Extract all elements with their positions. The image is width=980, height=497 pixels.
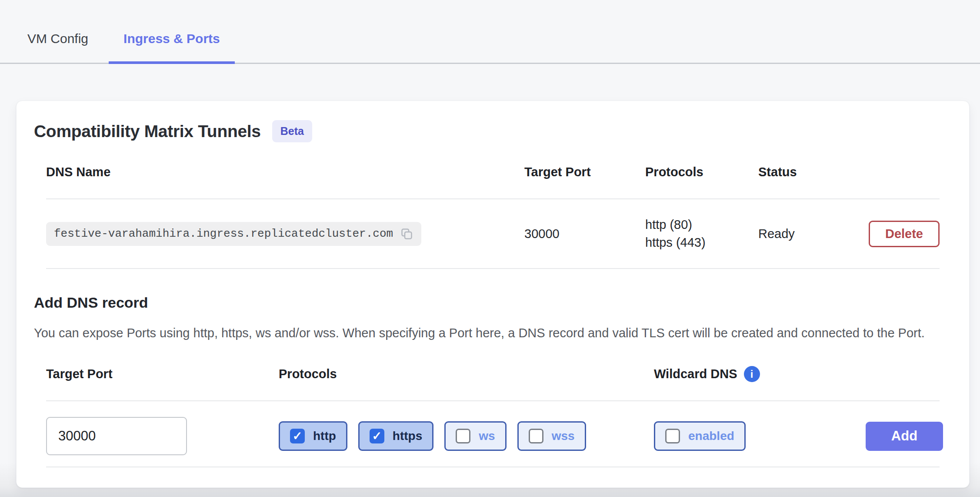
checkbox-ws[interactable]: ws bbox=[444, 421, 506, 451]
checkbox-https[interactable]: https bbox=[358, 421, 433, 451]
add-dns-form-row: http https ws wss enabled bbox=[46, 417, 940, 455]
checkbox-ws-label: ws bbox=[479, 429, 495, 443]
form-label-wildcard-dns: Wildcard DNS i bbox=[654, 366, 866, 382]
info-icon[interactable]: i bbox=[744, 366, 760, 382]
page-title: Compatibility Matrix Tunnels bbox=[34, 122, 261, 141]
copy-icon[interactable] bbox=[400, 227, 413, 241]
dns-name-value: festive-varahamihira.ingress.replicatedc… bbox=[54, 227, 393, 240]
checkbox-ws-box bbox=[456, 429, 470, 443]
checkbox-wildcard-label: enabled bbox=[688, 429, 734, 443]
col-header-protocols: Protocols bbox=[645, 165, 758, 179]
add-dns-record-heading: Add DNS record bbox=[34, 294, 952, 311]
form-bottom-divider bbox=[46, 467, 940, 467]
target-port-input[interactable] bbox=[46, 417, 187, 455]
tab-vm-config[interactable]: VM Config bbox=[27, 31, 88, 63]
col-header-status: Status bbox=[758, 165, 867, 179]
table-row: festive-varahamihira.ingress.replicatedc… bbox=[46, 199, 940, 269]
beta-badge: Beta bbox=[272, 120, 312, 142]
compatibility-matrix-tunnels-card: Compatibility Matrix Tunnels Beta DNS Na… bbox=[16, 101, 970, 488]
checkbox-wss[interactable]: wss bbox=[517, 421, 586, 451]
dns-name-cell: festive-varahamihira.ingress.replicatedc… bbox=[46, 222, 524, 246]
checkbox-wildcard-box bbox=[665, 429, 680, 443]
col-header-dns-name: DNS Name bbox=[46, 165, 524, 179]
checkbox-wss-label: wss bbox=[552, 429, 575, 443]
card-title-row: Compatibility Matrix Tunnels Beta bbox=[34, 120, 952, 142]
protocol-line-http: http (80) bbox=[645, 216, 758, 234]
form-label-protocols: Protocols bbox=[279, 367, 654, 381]
checkbox-https-box bbox=[370, 429, 384, 443]
checkbox-https-label: https bbox=[393, 429, 422, 443]
actions-cell: Delete bbox=[867, 221, 940, 247]
col-header-target-port: Target Port bbox=[524, 165, 645, 179]
checkbox-wildcard-enabled[interactable]: enabled bbox=[654, 421, 746, 451]
tab-ingress-ports[interactable]: Ingress & Ports bbox=[109, 31, 235, 64]
tab-bar: VM Config Ingress & Ports bbox=[0, 0, 980, 64]
target-port-cell: 30000 bbox=[524, 227, 645, 241]
protocol-line-https: https (443) bbox=[645, 234, 758, 252]
add-dns-form: Target Port Protocols Wildcard DNS i htt… bbox=[34, 360, 952, 467]
target-port-field-wrap bbox=[46, 417, 279, 455]
status-cell: Ready bbox=[758, 227, 867, 241]
checkbox-http[interactable]: http bbox=[279, 421, 347, 451]
add-button[interactable]: Add bbox=[866, 422, 943, 451]
tunnels-table: DNS Name Target Port Protocols Status fe… bbox=[34, 158, 952, 269]
checkbox-wss-box bbox=[529, 429, 543, 443]
add-dns-record-description: You can expose Ports using http, https, … bbox=[34, 324, 936, 342]
add-dns-form-header: Target Port Protocols Wildcard DNS i bbox=[46, 360, 940, 401]
checkbox-http-box bbox=[290, 429, 305, 443]
wildcard-field-wrap: enabled bbox=[654, 421, 866, 451]
dns-name-pill: festive-varahamihira.ingress.replicatedc… bbox=[46, 222, 421, 246]
protocol-checkbox-group: http https ws wss bbox=[279, 421, 654, 451]
checkbox-http-label: http bbox=[313, 429, 336, 443]
tunnels-table-header: DNS Name Target Port Protocols Status bbox=[46, 158, 940, 199]
delete-button[interactable]: Delete bbox=[869, 221, 940, 247]
form-label-target-port: Target Port bbox=[46, 367, 279, 381]
wildcard-dns-label-text: Wildcard DNS bbox=[654, 367, 737, 381]
protocols-cell: http (80) https (443) bbox=[645, 216, 758, 252]
